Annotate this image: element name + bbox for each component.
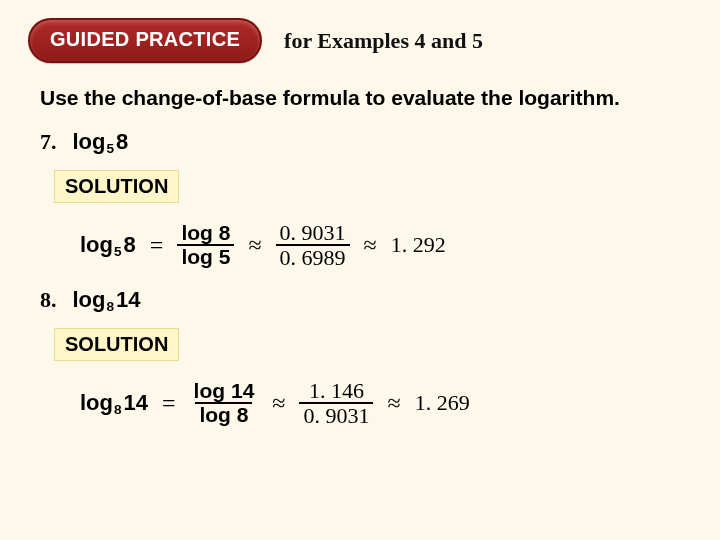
approx-sign: ≈ <box>362 232 379 259</box>
log-fraction: log 8 log 5 <box>177 222 234 268</box>
approx-sign: ≈ <box>385 390 402 417</box>
problem-number: 7. <box>40 129 57 155</box>
log-base: 5 <box>113 244 124 259</box>
fraction-numerator: log 14 <box>190 380 259 402</box>
problem-8-row: 8. log814 <box>0 269 720 314</box>
slide: GUIDED PRACTICE for Examples 4 and 5 Use… <box>0 0 720 540</box>
log-base: 8 <box>113 402 124 417</box>
log-expression: log814 <box>73 287 141 314</box>
log-word: log <box>194 379 226 402</box>
log-word: log <box>80 232 113 257</box>
log-arg: 8 <box>237 403 249 426</box>
fraction-denominator: 0. 6989 <box>276 244 350 269</box>
log-expression: log58 <box>73 129 129 156</box>
log-word: log <box>73 287 106 312</box>
log-expression: log58 <box>80 232 136 259</box>
fraction-numerator: log 8 <box>177 222 234 244</box>
log-arg: 5 <box>219 245 231 268</box>
log-base: 5 <box>106 141 117 156</box>
header-row: GUIDED PRACTICE for Examples 4 and 5 <box>0 0 720 63</box>
fraction-numerator: 0. 9031 <box>276 221 350 244</box>
approx-sign: ≈ <box>246 232 263 259</box>
fraction-numerator: 1. 146 <box>305 379 368 402</box>
result-value: 1. 292 <box>391 232 446 258</box>
log-arg: 8 <box>124 232 136 257</box>
log-arg: 14 <box>116 287 140 312</box>
examples-subtitle: for Examples 4 and 5 <box>284 28 483 54</box>
problem-7-work: log58 = log 8 log 5 ≈ 0. 9031 0. 6989 ≈ … <box>0 203 720 269</box>
log-word: log <box>181 221 213 244</box>
log-arg: 8 <box>116 129 128 154</box>
numeric-fraction: 1. 146 0. 9031 <box>299 379 373 427</box>
instruction-text: Use the change-of-base formula to evalua… <box>0 63 720 111</box>
guided-practice-pill: GUIDED PRACTICE <box>28 18 262 63</box>
log-word: log <box>181 245 213 268</box>
log-arg: 8 <box>219 221 231 244</box>
log-word: log <box>199 403 231 426</box>
approx-sign: ≈ <box>270 390 287 417</box>
result-value: 1. 269 <box>415 390 470 416</box>
log-word: log <box>80 390 113 415</box>
fraction-denominator: log 8 <box>195 402 252 426</box>
log-fraction: log 14 log 8 <box>190 380 259 426</box>
fraction-denominator: log 5 <box>177 244 234 268</box>
numeric-fraction: 0. 9031 0. 6989 <box>276 221 350 269</box>
equals-sign: = <box>148 232 166 259</box>
solution-tag: SOLUTION <box>54 328 179 361</box>
fraction-denominator: 0. 9031 <box>299 402 373 427</box>
log-arg: 14 <box>124 390 148 415</box>
log-expression: log814 <box>80 390 148 417</box>
log-word: log <box>73 129 106 154</box>
log-base: 8 <box>106 299 117 314</box>
problem-number: 8. <box>40 287 57 313</box>
equals-sign: = <box>160 390 178 417</box>
solution-tag: SOLUTION <box>54 170 179 203</box>
problem-7-row: 7. log58 <box>0 111 720 156</box>
problem-8-work: log814 = log 14 log 8 ≈ 1. 146 0. 9031 ≈… <box>0 361 720 427</box>
log-arg: 14 <box>231 379 254 402</box>
